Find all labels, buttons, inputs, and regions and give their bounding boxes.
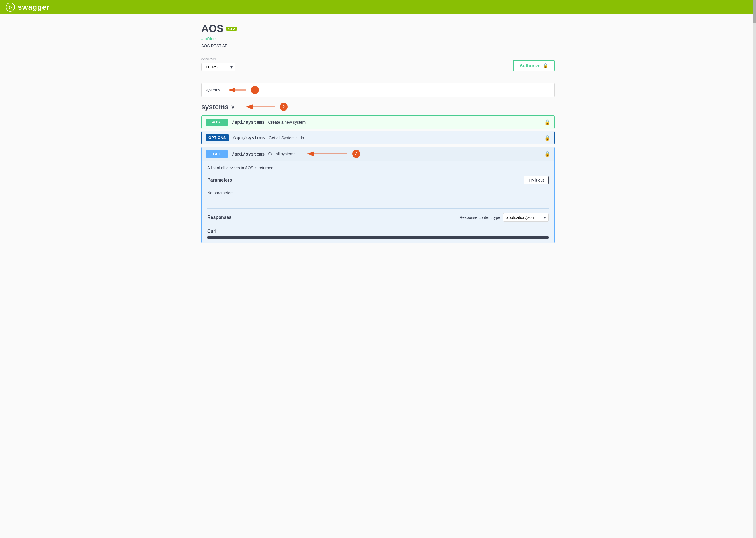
curl-bar	[207, 236, 549, 239]
authorize-label: Authorize	[519, 63, 541, 68]
post-method-badge: POST	[205, 119, 228, 126]
response-content-type-label: Response content type	[459, 215, 500, 220]
get-endpoint-row[interactable]: GET /api/systems Get all systems 3 🔒 A	[201, 147, 555, 243]
annotation-3: 3	[305, 150, 360, 158]
filter-bar: systems 1	[201, 83, 555, 97]
options-endpoint-path: /api/systems	[232, 135, 265, 140]
chevron-down-icon[interactable]: ∨	[231, 103, 235, 110]
responses-section: Responses Response content type applicat…	[207, 208, 549, 222]
responses-header: Responses Response content type applicat…	[207, 213, 549, 222]
badge-1: 1	[251, 86, 259, 94]
get-endpoint-header: GET /api/systems Get all systems 3 🔒	[202, 147, 554, 161]
section-title: systems	[201, 103, 229, 111]
params-title: Parameters	[207, 178, 232, 183]
navbar-title: swagger	[18, 3, 50, 12]
schemes-wrapper: HTTPS HTTP	[201, 63, 235, 71]
responses-title: Responses	[207, 215, 231, 220]
app-name: AOS	[201, 23, 223, 35]
app-title-row: AOS 4.1.2	[201, 23, 555, 35]
options-endpoint-row[interactable]: OPTIONS /api/systems Get all System's Id…	[201, 131, 555, 144]
badge-3: 3	[352, 150, 360, 158]
arrow-1-icon	[226, 86, 249, 93]
filter-text: systems	[205, 88, 220, 92]
post-endpoint-path: /api/systems	[232, 119, 265, 125]
get-method-badge: GET	[205, 150, 228, 158]
app-info: AOS 4.1.2 /api/docs AOS REST API	[201, 23, 555, 48]
get-endpoint-path: /api/systems	[232, 151, 265, 157]
content-type-select[interactable]: application/json	[503, 213, 549, 222]
annotation-2: 2	[243, 103, 288, 111]
navbar: {} swagger	[0, 0, 756, 14]
schemes-section: Schemes HTTPS HTTP	[201, 57, 235, 71]
content-type-wrapper: application/json	[503, 213, 549, 222]
no-params-text: No parameters	[207, 188, 549, 204]
try-it-out-button[interactable]: Try it out	[524, 176, 549, 185]
arrow-3-icon	[305, 150, 350, 158]
schemes-authorize-row: Schemes HTTPS HTTP Authorize 🔓	[201, 57, 555, 77]
params-header: Parameters Try it out	[207, 176, 549, 185]
app-description: AOS REST API	[201, 44, 229, 48]
badge-2: 2	[280, 103, 288, 111]
lock-icon: 🔓	[543, 63, 549, 68]
annotation-1: 1	[226, 86, 259, 94]
swagger-logo-icon: {}	[6, 3, 15, 12]
scrollbar-thumb[interactable]	[753, 0, 756, 23]
options-endpoint-header: OPTIONS /api/systems Get all System's Id…	[202, 132, 554, 144]
response-content-type-group: Response content type application/json	[459, 213, 549, 222]
section-header: systems ∨ 2	[201, 103, 555, 111]
curl-title: Curl	[207, 229, 549, 234]
schemes-select[interactable]: HTTPS HTTP	[201, 63, 235, 71]
post-endpoint-header: POST /api/systems Create a new system 🔒	[202, 116, 554, 129]
svg-text:{}: {}	[9, 5, 12, 9]
get-lock-icon: 🔒	[544, 151, 551, 157]
post-lock-icon: 🔒	[544, 119, 551, 125]
get-endpoint-desc: Get all systems	[268, 152, 296, 156]
try-it-out-label: Try it out	[529, 178, 544, 183]
arrow-2-icon	[243, 103, 277, 111]
authorize-button[interactable]: Authorize 🔓	[513, 60, 555, 71]
get-summary: A list of all devices in AOS is returned	[207, 166, 549, 170]
app-link[interactable]: /api/docs	[201, 36, 555, 41]
post-endpoint-desc: Create a new system	[268, 120, 306, 125]
schemes-label: Schemes	[201, 57, 235, 61]
get-endpoint-body: A list of all devices in AOS is returned…	[202, 161, 554, 243]
post-endpoint-row[interactable]: POST /api/systems Create a new system 🔒	[201, 115, 555, 129]
options-method-badge: OPTIONS	[205, 134, 229, 141]
parameters-section: Parameters Try it out No parameters	[207, 176, 549, 204]
options-lock-icon: 🔒	[544, 135, 551, 141]
scrollbar[interactable]	[753, 0, 756, 254]
curl-section: Curl	[207, 225, 549, 239]
options-endpoint-desc: Get all System's Ids	[269, 135, 304, 140]
version-badge: 4.1.2	[226, 27, 237, 31]
